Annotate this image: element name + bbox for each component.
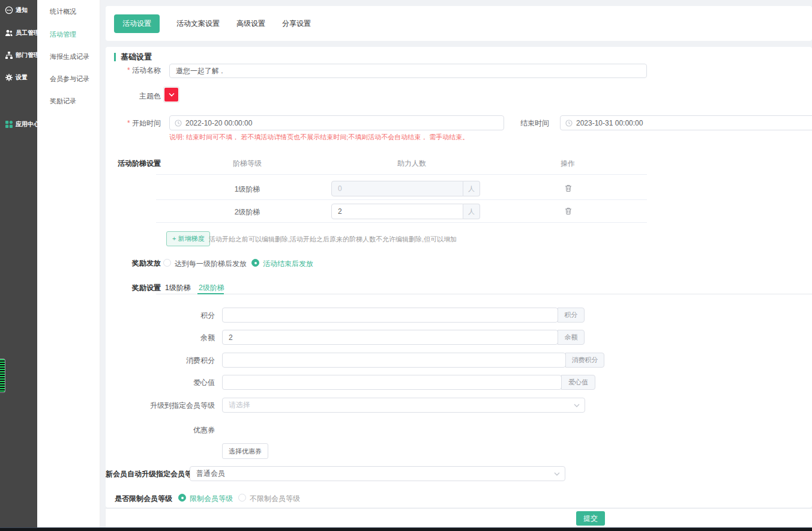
submit-button[interactable]: 提交 xyxy=(576,511,605,526)
select-coupon-button[interactable]: 选择优惠券 xyxy=(222,443,268,459)
sidebar-item-label: 员工管理 xyxy=(16,29,37,37)
upgrade-level-select[interactable]: 请选择 xyxy=(222,398,585,413)
end-time-label: 结束时间 xyxy=(492,118,549,129)
end-time-value: 2023-10-31 00:00:00 xyxy=(576,119,643,127)
taskbar-edge xyxy=(0,527,812,531)
sidebar-item-label: 应用中心 xyxy=(16,120,37,129)
love-value-label: 爱心值 xyxy=(106,378,215,388)
column-header-count: 助力人数 xyxy=(334,159,490,169)
sidebar-item-departments[interactable]: 部门管理 xyxy=(5,51,37,59)
activity-name-input[interactable] xyxy=(169,64,647,78)
reward-setting-label: 奖励设置 xyxy=(106,283,161,293)
basic-settings-card: 基础设置 活动名称 主题色 开始时间 2022-10-20 00:00:00 结… xyxy=(106,47,812,508)
start-time-label: 开始时间 xyxy=(106,118,161,129)
chevron-down-icon xyxy=(554,472,560,476)
radio-per-tier[interactable] xyxy=(163,259,171,267)
add-tier-button[interactable]: + 新增梯度 xyxy=(166,231,210,246)
sidebar-item-settings[interactable]: 设置 xyxy=(5,73,28,82)
menu-item-activity-management[interactable]: 活动管理 xyxy=(50,30,76,39)
menu-item-statistics[interactable]: 统计概况 xyxy=(50,7,76,16)
consume-points-suffix: 消费积分 xyxy=(565,353,604,368)
points-input[interactable] xyxy=(222,308,558,323)
theme-color-picker[interactable] xyxy=(163,86,179,103)
start-time-value: 2022-10-20 00:00:00 xyxy=(185,119,252,127)
chevron-down-icon xyxy=(169,93,175,97)
trash-icon xyxy=(565,184,572,192)
app-sidebar: 通知 员工管理 部门管理 设置 应用中心 xyxy=(0,0,37,531)
radio-after-end-label[interactable]: 活动结束后发放 xyxy=(263,259,313,269)
theme-color-label: 主题色 xyxy=(106,91,161,102)
activity-name-label: 活动名称 xyxy=(106,65,161,76)
column-header-action: 操作 xyxy=(526,159,610,169)
tab-advanced-settings[interactable]: 高级设置 xyxy=(236,19,265,29)
chevron-down-icon xyxy=(574,403,580,407)
department-icon xyxy=(5,51,13,59)
ladder-hint-text: 活动开始之前可以编辑删除,活动开始之后原来的阶梯人数不允许编辑删除,但可以增加 xyxy=(209,235,457,244)
start-time-input[interactable]: 2022-10-20 00:00:00 xyxy=(169,115,504,130)
trash-icon xyxy=(565,207,572,215)
helper-count-input[interactable] xyxy=(331,204,463,219)
time-hint-text: 说明: 结束时间可不填， 若不填活动详情页也不展示结束时间;不填则活动不会自动结… xyxy=(169,133,469,142)
new-member-level-label: 新会员自动升级指定会员等级 xyxy=(106,469,186,479)
sidebar-item-label: 设置 xyxy=(16,73,28,82)
tab-activity-settings[interactable]: 活动设置 xyxy=(114,14,160,33)
table-divider xyxy=(156,174,647,175)
unit-suffix: 人 xyxy=(463,204,480,219)
radio-no-limit-level[interactable] xyxy=(238,494,246,502)
active-tab-underline xyxy=(197,293,224,294)
menu-item-member-participation[interactable]: 会员参与记录 xyxy=(50,74,89,83)
ladder-row-input-group: 人 xyxy=(331,181,480,196)
radio-limit-level-label[interactable]: 限制会员等级 xyxy=(190,494,233,504)
consume-points-input[interactable] xyxy=(222,353,566,368)
menu-item-poster-records[interactable]: 海报生成记录 xyxy=(50,52,89,61)
menu-item-reward-records[interactable]: 奖励记录 xyxy=(50,97,76,106)
ladder-row-level: 1级阶梯 xyxy=(169,184,325,195)
sidebar-item-label: 通知 xyxy=(16,6,28,14)
ladder-row-level: 2级阶梯 xyxy=(169,207,325,217)
add-tier-label: 新增梯度 xyxy=(178,235,204,242)
balance-input[interactable] xyxy=(222,330,558,345)
reward-tab-tier1[interactable]: 1级阶梯 xyxy=(165,283,191,293)
reward-tab-tier2[interactable]: 2级阶梯 xyxy=(199,283,224,293)
points-suffix: 积分 xyxy=(558,308,585,323)
theme-color-swatch xyxy=(164,88,178,102)
love-value-input[interactable] xyxy=(222,375,562,390)
radio-no-limit-level-label[interactable]: 不限制会员等级 xyxy=(250,494,300,504)
sidebar-item-employees[interactable]: 员工管理 xyxy=(5,29,37,37)
delete-row-button[interactable] xyxy=(565,184,572,194)
sidebar-item-label: 部门管理 xyxy=(16,51,37,59)
app-center-icon xyxy=(5,120,13,129)
table-divider xyxy=(156,199,647,200)
reward-grant-label: 奖励发放 xyxy=(106,258,161,269)
gear-icon xyxy=(5,73,13,82)
unit-suffix: 人 xyxy=(463,181,480,196)
tab-share-settings[interactable]: 分享设置 xyxy=(282,19,311,29)
secondary-menu: 统计概况 活动管理 海报生成记录 会员参与记录 奖励记录 xyxy=(37,0,100,531)
footer-bar: 提交 xyxy=(106,509,812,527)
radio-limit-level[interactable] xyxy=(178,494,186,502)
section-header: 基础设置 xyxy=(114,52,152,62)
balance-suffix: 余额 xyxy=(558,330,585,345)
helper-count-input[interactable] xyxy=(331,181,463,196)
points-label: 积分 xyxy=(106,311,215,321)
delete-row-button[interactable] xyxy=(565,207,572,217)
tab-copywriting-settings[interactable]: 活动文案设置 xyxy=(176,19,220,29)
ladder-row-input-group: 人 xyxy=(331,204,480,219)
settings-tab-bar: 活动设置 活动文案设置 高级设置 分享设置 xyxy=(106,6,812,41)
tab-divider-line xyxy=(156,294,812,294)
upgrade-level-label: 升级到指定会员等级 xyxy=(106,401,215,411)
column-header-level: 阶梯等级 xyxy=(169,159,325,169)
screen-recorder-widget xyxy=(0,359,5,393)
end-time-input[interactable]: 2023-10-31 00:00:00 xyxy=(560,115,812,130)
ladder-settings-label: 活动阶梯设置 xyxy=(106,159,161,169)
consume-points-label: 消费积分 xyxy=(106,356,215,366)
radio-per-tier-label[interactable]: 达到每一级阶梯后发放 xyxy=(175,259,247,269)
sidebar-item-notifications[interactable]: 通知 xyxy=(5,6,28,14)
select-value: 普通会员 xyxy=(196,469,225,479)
sidebar-item-app-center[interactable]: 应用中心 xyxy=(5,120,37,129)
limit-level-label: 是否限制会员等级 xyxy=(106,494,172,504)
section-title: 基础设置 xyxy=(121,52,152,62)
new-member-level-select[interactable]: 普通会员 xyxy=(190,466,565,481)
radio-after-end[interactable] xyxy=(251,259,259,267)
notification-icon xyxy=(5,6,13,14)
